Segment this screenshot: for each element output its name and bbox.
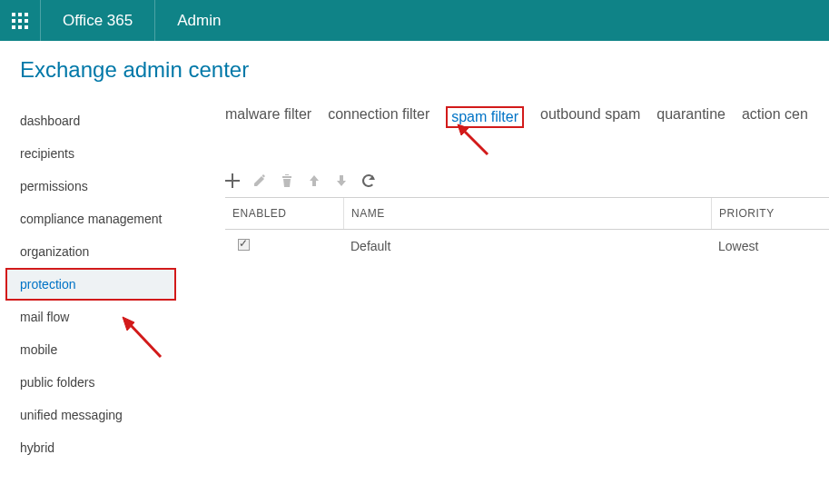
header-enabled[interactable]: ENABLED (225, 198, 343, 229)
cell-enabled (225, 230, 343, 262)
arrow-down-icon (334, 173, 349, 188)
page-title: Exchange admin center (0, 41, 829, 99)
svg-rect-5 (25, 19, 28, 23)
sidebar-item-public-folders[interactable]: public folders (0, 366, 182, 399)
product-link[interactable]: Office 365 (41, 0, 155, 41)
arrow-icon (456, 123, 492, 159)
pencil-icon (252, 173, 267, 188)
edit-button[interactable] (252, 173, 267, 188)
cell-priority: Lowest (711, 230, 829, 262)
tab-connection-filter[interactable]: connection filter (328, 106, 429, 128)
annotation-arrow-tab (456, 123, 492, 162)
sidebar-item-protection[interactable]: protection (5, 268, 176, 301)
tab-action-center[interactable]: action cen (742, 106, 808, 128)
svg-rect-8 (25, 25, 28, 29)
arrow-up-icon (307, 173, 321, 188)
svg-rect-6 (12, 25, 15, 29)
admin-link[interactable]: Admin (155, 0, 242, 41)
cell-name: Default (343, 230, 711, 262)
svg-rect-7 (18, 25, 22, 29)
trash-icon (280, 173, 294, 188)
svg-rect-0 (12, 13, 15, 16)
refresh-button[interactable] (361, 173, 376, 188)
delete-button[interactable] (280, 173, 294, 188)
sidebar-item-hybrid[interactable]: hybrid (0, 431, 182, 464)
main-panel: malware filter connection filter spam fi… (182, 99, 829, 464)
sidebar-item-unified-messaging[interactable]: unified messaging (0, 399, 182, 431)
svg-rect-4 (18, 19, 22, 23)
tab-malware-filter[interactable]: malware filter (225, 106, 311, 128)
enabled-checkbox (238, 239, 250, 251)
sidebar-item-mobile[interactable]: mobile (0, 333, 182, 366)
waffle-icon (12, 13, 28, 29)
header-priority[interactable]: PRIORITY (711, 198, 829, 229)
tab-bar: malware filter connection filter spam fi… (225, 106, 829, 128)
sidebar-item-compliance-management[interactable]: compliance management (0, 203, 182, 235)
sidebar-item-dashboard[interactable]: dashboard (0, 104, 182, 137)
plus-icon (225, 173, 240, 188)
svg-rect-3 (12, 19, 15, 23)
policy-table: ENABLED NAME PRIORITY Default Lowest (225, 197, 829, 262)
table-header: ENABLED NAME PRIORITY (225, 198, 829, 230)
table-row[interactable]: Default Lowest (225, 230, 829, 262)
refresh-icon (361, 173, 376, 188)
sidebar-item-recipients[interactable]: recipients (0, 137, 182, 170)
sidebar-item-mail-flow[interactable]: mail flow (0, 301, 182, 333)
tab-quarantine[interactable]: quarantine (656, 106, 725, 128)
sidebar: dashboard recipients permissions complia… (0, 99, 182, 464)
sidebar-item-permissions[interactable]: permissions (0, 170, 182, 203)
add-button[interactable] (225, 173, 240, 188)
app-launcher-button[interactable] (0, 0, 41, 41)
tab-spam-filter[interactable]: spam filter (446, 106, 524, 128)
toolbar (225, 173, 829, 188)
top-bar: Office 365 Admin (0, 0, 829, 41)
move-down-button[interactable] (334, 173, 349, 188)
move-up-button[interactable] (307, 173, 321, 188)
svg-rect-2 (25, 13, 28, 16)
tab-outbound-spam[interactable]: outbound spam (540, 106, 640, 128)
svg-line-9 (463, 130, 488, 154)
header-name[interactable]: NAME (343, 198, 711, 229)
svg-rect-1 (18, 13, 22, 16)
sidebar-item-organization[interactable]: organization (0, 235, 182, 268)
